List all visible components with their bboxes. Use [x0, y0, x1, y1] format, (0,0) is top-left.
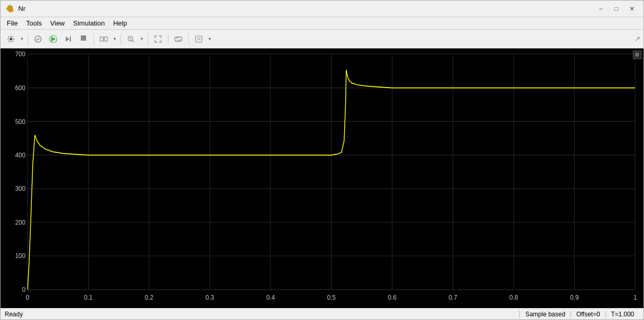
dropdown-arrow-1[interactable]: ▾: [19, 32, 25, 46]
svg-text:200: 200: [15, 218, 26, 226]
toolbar-sep-3: [120, 33, 121, 45]
svg-point-3: [10, 38, 13, 40]
plot-area: 700 600 500 400 300 200 100 0 0 0.1 0.2 …: [1, 48, 643, 308]
toolbar-sep-6: [188, 33, 189, 45]
toolbar-group-6: [171, 32, 186, 46]
menu-file[interactable]: File: [3, 18, 22, 28]
toolbar-sep-5: [168, 33, 168, 45]
close-button[interactable]: ✕: [625, 3, 639, 15]
svg-text:0.8: 0.8: [509, 294, 518, 302]
dropdown-arrow-4[interactable]: ▾: [206, 32, 213, 46]
maximize-button[interactable]: □: [609, 3, 624, 15]
menu-bar: File Tools View Simulation Help: [1, 17, 643, 30]
toolbar-group-1: ▾: [4, 32, 25, 46]
title-bar: Nr − □ ✕: [1, 1, 643, 17]
time-label: T=1.000: [605, 311, 639, 318]
main-window: Nr − □ ✕ File Tools View Simulation Help…: [0, 0, 644, 320]
plot-svg: 700 600 500 400 300 200 100 0 0 0.1 0.2 …: [1, 48, 643, 308]
svg-rect-11: [104, 37, 107, 41]
svg-text:600: 600: [15, 84, 26, 92]
toolbar-group-3: ▾: [96, 32, 118, 46]
menu-help[interactable]: Help: [109, 18, 131, 28]
svg-text:0.7: 0.7: [448, 294, 457, 302]
status-right: Sample based Offset=0 T=1.000: [519, 311, 639, 318]
fit-view-button[interactable]: [151, 32, 165, 46]
offset-label: Offset=0: [570, 311, 605, 318]
step-forward-button[interactable]: [61, 32, 76, 46]
svg-text:0: 0: [22, 286, 26, 293]
svg-text:0.4: 0.4: [266, 294, 275, 302]
svg-text:0.1: 0.1: [84, 294, 93, 302]
menu-view[interactable]: View: [46, 18, 69, 28]
svg-text:0.2: 0.2: [145, 294, 154, 302]
menu-tools[interactable]: Tools: [22, 18, 46, 28]
status-ready-label: Ready: [5, 311, 519, 318]
svg-text:0.3: 0.3: [205, 294, 214, 302]
window-title: Nr: [18, 5, 593, 13]
svg-rect-8: [70, 36, 71, 42]
svg-marker-5: [51, 36, 56, 42]
svg-rect-9: [81, 35, 86, 41]
stop-button[interactable]: [76, 32, 91, 46]
toolbar-group-5: [151, 32, 165, 46]
toolbar-sep-1: [28, 33, 28, 45]
dropdown-arrow-3[interactable]: ▾: [139, 32, 145, 46]
status-bar: Ready Sample based Offset=0 T=1.000: [1, 308, 643, 319]
svg-text:1: 1: [634, 294, 637, 302]
window-controls: − □ ✕: [593, 3, 639, 15]
svg-marker-7: [66, 36, 69, 42]
toolbar-expand-icon[interactable]: ↗: [635, 35, 640, 43]
toolbar-sep-4: [148, 33, 148, 45]
svg-line-15: [132, 40, 135, 42]
svg-rect-10: [100, 37, 103, 41]
open-model-button[interactable]: [31, 32, 45, 46]
link-button[interactable]: [171, 32, 186, 46]
toolbar: ▾: [1, 30, 643, 48]
svg-rect-19: [1, 48, 643, 308]
svg-text:0: 0: [26, 294, 30, 302]
svg-text:⊞: ⊞: [635, 52, 639, 58]
menu-simulation[interactable]: Simulation: [69, 18, 109, 28]
svg-text:0.6: 0.6: [388, 294, 397, 302]
run-button[interactable]: [46, 32, 60, 46]
toolbar-group-2: [31, 32, 91, 46]
svg-text:0.5: 0.5: [327, 294, 336, 302]
svg-rect-16: [196, 36, 202, 42]
app-logo: [5, 4, 15, 14]
format-button[interactable]: [191, 32, 206, 46]
toolbar-group-7: ▾: [191, 32, 213, 46]
sample-based-label: Sample based: [519, 311, 570, 318]
svg-text:400: 400: [15, 152, 26, 159]
toolbar-group-4: ▾: [124, 32, 145, 46]
zoom-out-button[interactable]: [124, 32, 138, 46]
svg-text:500: 500: [15, 118, 26, 126]
svg-text:0.9: 0.9: [570, 294, 579, 302]
svg-text:700: 700: [15, 51, 26, 58]
minimize-button[interactable]: −: [593, 3, 608, 15]
normal-mode-button[interactable]: [96, 32, 111, 46]
svg-text:100: 100: [15, 252, 26, 260]
svg-text:300: 300: [15, 185, 26, 193]
toolbar-sep-2: [93, 33, 94, 45]
dropdown-arrow-2[interactable]: ▾: [112, 32, 118, 46]
settings-button[interactable]: [4, 32, 18, 46]
